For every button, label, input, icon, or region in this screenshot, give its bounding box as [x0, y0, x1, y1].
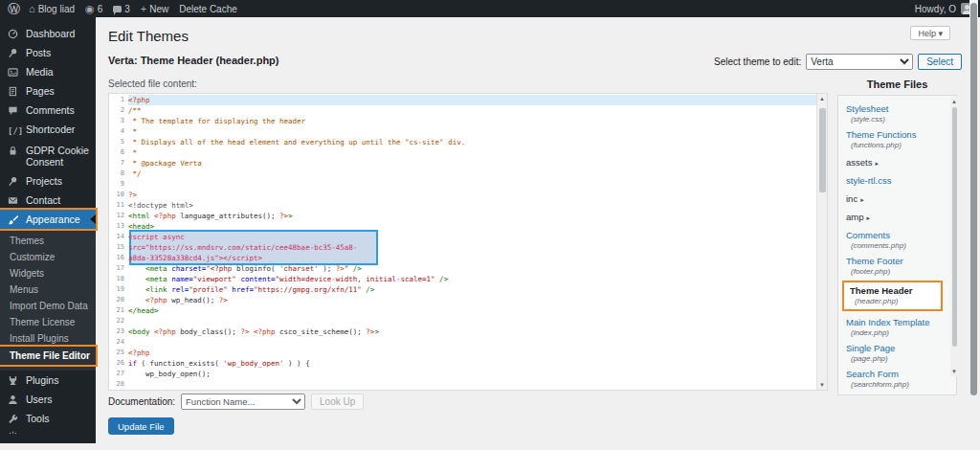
sidebar-item-contact[interactable]: Contact — [0, 191, 96, 210]
theme-file-link[interactable]: Stylesheet — [846, 103, 943, 114]
code-text — [128, 379, 816, 390]
code-line[interactable]: 2/** — [109, 105, 816, 116]
sidebar-item-posts[interactable]: Posts — [0, 43, 96, 62]
theme-files-scrollbar[interactable]: ▲ ▼ — [950, 97, 958, 376]
page-scrollbar[interactable] — [969, 0, 978, 450]
sidebar-item-dashboard[interactable]: Dashboard — [0, 24, 96, 43]
code-line[interactable]: 21</head> — [109, 305, 816, 316]
code-line[interactable]: 4 * — [109, 126, 816, 137]
theme-select-dropdown[interactable]: Verta — [806, 54, 913, 70]
theme-file-link[interactable]: Search Form — [846, 369, 943, 379]
delete-cache-button[interactable]: Delete Cache — [179, 4, 237, 14]
theme-file-link[interactable]: Sidebar — [846, 394, 943, 395]
site-name-link[interactable]: ⌂ Blog liad — [29, 4, 75, 14]
code-line[interactable]: 8 */ — [109, 169, 816, 179]
sidebar-item-themes[interactable]: Themes — [0, 233, 96, 249]
theme-file-link[interactable]: Comments — [846, 230, 943, 240]
code-text: ?> — [128, 190, 816, 200]
sidebar-item-theme-file-editor[interactable]: Theme File Editor — [0, 347, 96, 365]
sidebar-item-users[interactable]: Users — [0, 390, 96, 409]
theme-folder-inc[interactable]: inc▸ — [846, 193, 943, 204]
code-line[interactable]: 9 — [109, 179, 816, 190]
code-line[interactable]: 1<?php — [109, 95, 816, 105]
theme-select-row: Select theme to edit: Verta Select — [714, 54, 962, 70]
theme-file-link[interactable]: Single Page — [846, 343, 943, 353]
scroll-down-arrow-icon[interactable]: ▼ — [950, 367, 958, 376]
sidebar-item-install-plugins[interactable]: Install Plugins — [0, 330, 96, 347]
code-line[interactable]: 19 <link rel="profile" href="https://gmp… — [109, 284, 816, 295]
code-line[interactable]: 11<!doctype html> — [109, 200, 816, 211]
code-line[interactable]: 16a8da-33528a338cd4.js"></script> — [109, 253, 816, 263]
code-line[interactable]: 12<html <?php language_attributes(); ?>> — [109, 211, 816, 221]
help-button[interactable]: Help ▾ — [910, 26, 950, 40]
line-number: 9 — [109, 179, 128, 190]
sidebar-item-pages[interactable]: Pages — [0, 81, 96, 101]
comments-indicator[interactable]: 3 — [113, 4, 130, 14]
scroll-down-arrow-icon[interactable]: ▼ — [817, 380, 827, 390]
sidebar-item-appearance[interactable]: Appearance — [0, 210, 96, 229]
howdy-label[interactable]: Howdy, O — [915, 4, 956, 14]
sidebar-item-import-demo-data[interactable]: Import Demo Data — [0, 298, 96, 314]
new-content-button[interactable]: + New — [141, 4, 168, 14]
code-line[interactable]: 3 * The template for displaying the head… — [109, 116, 816, 126]
theme-files-scrollbar-thumb[interactable] — [952, 107, 957, 347]
editor-scrollbar-thumb[interactable] — [819, 108, 826, 192]
lookup-button[interactable]: Look Up — [311, 394, 364, 410]
code-line[interactable]: 28 — [109, 379, 816, 390]
theme-select-button[interactable]: Select — [918, 54, 962, 70]
theme-file-link[interactable]: Theme Footer — [846, 256, 943, 266]
update-file-button[interactable]: Update File — [108, 417, 174, 435]
code-line[interactable]: 13<head> — [109, 221, 816, 232]
code-line[interactable]: 5 * Displays all of the head element and… — [109, 137, 816, 147]
code-line[interactable]: 22 — [109, 316, 816, 326]
scroll-up-arrow-icon[interactable]: ▲ — [950, 97, 958, 106]
page-scrollbar-thumb[interactable] — [970, 3, 977, 395]
theme-file-name: (index.php) — [846, 328, 943, 337]
sidebar-item-gdpr-cookie-consent[interactable]: GDPR Cookie Consent — [0, 141, 96, 171]
code-line[interactable]: 14<script async — [109, 232, 816, 242]
documentation-dropdown[interactable]: Function Name... — [181, 394, 305, 410]
code-line[interactable]: 27 wp_body_open(); — [109, 369, 816, 379]
code-text: * — [128, 147, 816, 158]
updates-indicator[interactable]: ◉ 6 — [85, 4, 102, 14]
code-line[interactable]: 6 * — [109, 147, 816, 158]
theme-file-link[interactable]: Theme Functions — [846, 129, 943, 140]
code-text: src="https://ss.mndsrv.com/static/cee48b… — [128, 242, 816, 253]
code-line[interactable]: 15src="https://ss.mndsrv.com/static/cee4… — [109, 242, 816, 253]
wordpress-logo-icon[interactable]: Ⓦ — [8, 3, 20, 15]
sidebar-item-widgets[interactable]: Widgets — [0, 265, 96, 281]
code-line[interactable]: 10?> — [109, 190, 816, 200]
code-line[interactable]: 20 <?php wp_head(); ?> — [109, 295, 816, 305]
comment-icon — [8, 105, 20, 116]
code-line[interactable]: 17 <meta charset="<?php bloginfo( 'chars… — [109, 263, 816, 274]
comment-bubble-icon — [113, 6, 122, 12]
sidebar-item-label: Appearance — [26, 214, 80, 225]
code-line[interactable]: 23<body <?php body_class(); ?> <?php csc… — [109, 326, 816, 337]
theme-file-name: (style.css) — [846, 115, 943, 124]
scroll-up-arrow-icon[interactable]: ▲ — [817, 94, 827, 103]
code-line[interactable]: 25<?php — [109, 348, 816, 358]
sidebar-item-tools[interactable]: Tools — [0, 409, 96, 428]
sidebar-item-plugins[interactable]: Plugins — [0, 371, 96, 390]
theme-folder-assets[interactable]: assets▸ — [846, 157, 943, 168]
theme-file-link[interactable]: style-rtl.css — [846, 175, 943, 186]
sidebar-item-comments[interactable]: Comments — [0, 101, 96, 120]
site-name-label: Blog liad — [38, 4, 75, 14]
sidebar-item-menus[interactable]: Menus — [0, 281, 96, 298]
editor-scrollbar[interactable]: ▲ ▼ — [816, 94, 827, 390]
sidebar-item-label: Projects — [26, 175, 62, 187]
theme-file-link[interactable]: Theme Header — [850, 285, 937, 296]
code-editor[interactable]: 1<?php2/**3 * The template for displayin… — [108, 93, 828, 391]
code-line[interactable]: 24 — [109, 337, 816, 348]
sidebar-item-shortcoder[interactable]: [/]Shortcoder — [0, 120, 96, 140]
theme-folder-amp[interactable]: amp▸ — [846, 212, 943, 222]
code-line[interactable]: 26if ( function_exists( 'wp_body_open' )… — [109, 358, 816, 369]
code-line[interactable]: 18 <meta name="viewport" content="width=… — [109, 274, 816, 284]
code-line[interactable]: 7 * @package Verta — [109, 158, 816, 169]
sidebar-item-theme-license[interactable]: Theme License — [0, 314, 96, 330]
theme-file-link[interactable]: Main Index Template — [846, 317, 943, 327]
sidebar-item-customize[interactable]: Customize — [0, 249, 96, 265]
sidebar-item-media[interactable]: Media — [0, 62, 96, 81]
sidebar-item-settings[interactable] — [0, 428, 96, 434]
sidebar-item-projects[interactable]: Projects — [0, 171, 96, 191]
